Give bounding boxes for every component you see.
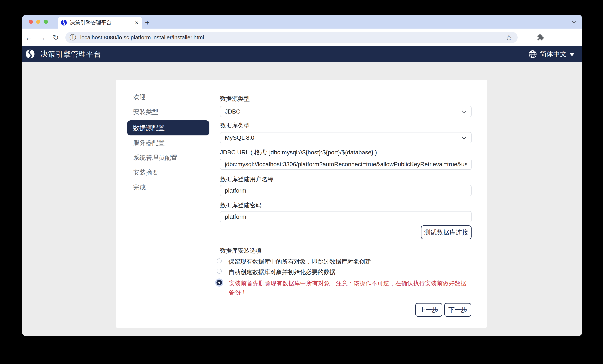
reload-icon[interactable]: ↻ — [51, 29, 60, 46]
site-info-icon[interactable]: ⓘ — [70, 33, 76, 42]
datasource-type-select[interactable]: JDBC — [220, 106, 472, 117]
browser-tab[interactable]: 决策引擎管理平台 × — [58, 17, 142, 29]
url-text: localhost:8080/io.sc.platform.installer/… — [80, 34, 204, 41]
browser-toolbar: ← → ↻ ⓘ localhost:8080/io.sc.platform.in… — [22, 29, 582, 46]
app-logo-swirl-icon — [25, 49, 35, 59]
forward-icon: → — [38, 29, 46, 46]
test-connection-button[interactable]: 测试数据库连接 — [421, 225, 472, 239]
step-admin-config[interactable]: 系统管理员配置 — [127, 154, 209, 161]
bookmark-star-icon[interactable]: ☆ — [504, 29, 513, 46]
previous-step-button[interactable]: 上一步 — [415, 303, 442, 317]
next-step-button[interactable]: 下一步 — [444, 303, 471, 317]
chevron-down-icon — [462, 135, 466, 139]
step-install-summary[interactable]: 安装摘要 — [127, 169, 209, 176]
radio-selected-icon[interactable] — [217, 280, 222, 285]
back-icon[interactable]: ← — [24, 29, 33, 46]
jdbc-url-input[interactable] — [220, 159, 472, 170]
step-server-config[interactable]: 服务器配置 — [127, 139, 209, 147]
tab-close-icon[interactable]: × — [135, 20, 139, 26]
app-header: 决策引擎管理平台 简体中文 — [22, 46, 582, 62]
address-bar[interactable]: ⓘ localhost:8080/io.sc.platform.installe… — [65, 32, 518, 43]
favicon-swirl-icon — [61, 20, 67, 26]
globe-icon — [528, 50, 537, 58]
install-option-keep[interactable]: 保留现有数据库中的所有对象，即跳过数据库对象创建 — [216, 257, 471, 266]
db-password-input[interactable] — [220, 211, 472, 222]
step-datasource-config[interactable]: 数据源配置 — [127, 120, 209, 136]
language-label: 简体中文 — [540, 49, 567, 59]
install-option-create[interactable]: 自动创建数据库对象并初始化必要的数据 — [216, 268, 471, 276]
jdbc-url-label: JDBC URL ( 格式: jdbc:mysql://${host}:${po… — [220, 148, 377, 157]
step-finish[interactable]: 完成 — [127, 184, 209, 191]
language-caret-icon — [569, 53, 574, 56]
db-password-label: 数据库登陆密码 — [220, 201, 262, 209]
tab-title: 决策引擎管理平台 — [70, 19, 135, 26]
extensions-puzzle-icon[interactable] — [536, 29, 545, 46]
database-type-label: 数据库类型 — [220, 122, 250, 130]
step-install-type[interactable]: 安装类型 — [127, 108, 209, 115]
datasource-type-label: 数据源类型 — [220, 95, 250, 103]
app-title: 决策引擎管理平台 — [40, 46, 101, 62]
new-tab-button[interactable]: + — [145, 19, 150, 26]
radio-unselected-icon[interactable] — [217, 258, 222, 263]
install-options-label: 数据库安装选项 — [220, 247, 262, 255]
radio-unselected-icon[interactable] — [217, 269, 222, 274]
language-selector[interactable]: 简体中文 — [528, 46, 574, 62]
db-username-label: 数据库登陆用户名称 — [220, 175, 273, 183]
window-maximize-button[interactable] — [44, 20, 48, 24]
window-minimize-button[interactable] — [36, 20, 40, 24]
install-option-drop[interactable]: 安装前首先删除现有数据库中所有对象，注意：该操作不可逆，在确认执行安装前做好数据… — [216, 279, 472, 297]
db-username-input[interactable] — [220, 185, 472, 196]
step-welcome[interactable]: 欢迎 — [127, 93, 209, 101]
browser-window: 决策引擎管理平台 × + ← → ↻ ⓘ localhost:8080/io.s… — [22, 15, 582, 336]
tab-strip: 决策引擎管理平台 × + — [22, 15, 582, 29]
chevron-down-icon — [462, 109, 466, 113]
tab-search-chevron-icon[interactable] — [572, 19, 577, 23]
window-close-button[interactable] — [29, 20, 33, 24]
database-type-select[interactable]: MySQL 8.0 — [220, 132, 472, 143]
